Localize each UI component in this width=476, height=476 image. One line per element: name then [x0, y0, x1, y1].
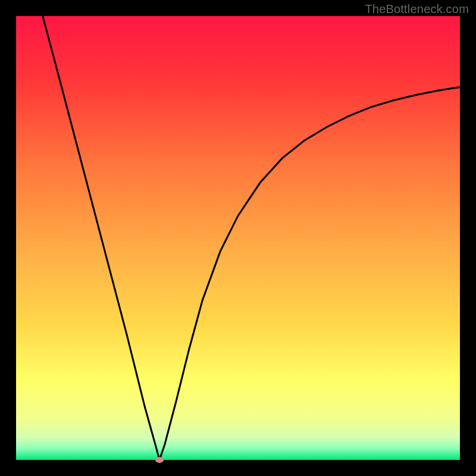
minimum-marker	[155, 457, 164, 463]
chart-container	[16, 16, 460, 460]
bottleneck-curve	[16, 16, 460, 460]
watermark-text: TheBottleneck.com	[365, 2, 469, 16]
